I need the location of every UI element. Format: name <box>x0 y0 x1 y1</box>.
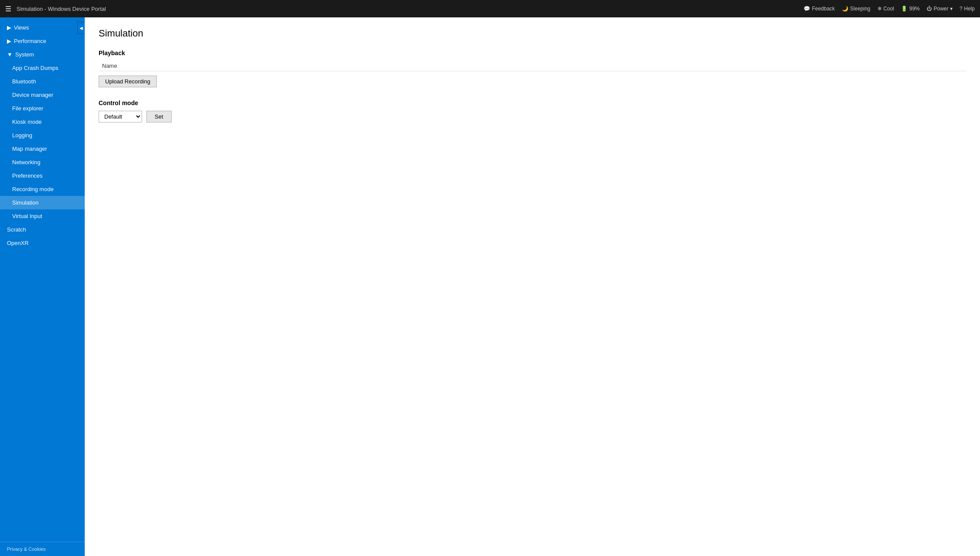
sleeping-label: Sleeping <box>850 6 871 12</box>
feedback-label: Feedback <box>812 6 835 12</box>
performance-label: Performance <box>14 38 46 44</box>
sidebar-item-logging[interactable]: Logging <box>0 129 85 142</box>
table-header-col2 <box>630 61 798 71</box>
sidebar-item-preferences[interactable]: Preferences <box>0 169 85 182</box>
sidebar-item-system[interactable]: ▼ System <box>0 48 85 61</box>
sidebar-item-openxr[interactable]: OpenXR <box>0 236 85 250</box>
playback-table: Name <box>99 61 966 71</box>
sidebar-nav: ▶ Views ▶ Performance ▼ System App Crash… <box>0 17 85 542</box>
power-label: Power ▾ <box>934 6 952 12</box>
upload-row: Upload Recording <box>99 76 966 87</box>
cool-button[interactable]: ❄ Cool <box>877 6 894 12</box>
views-label: Views <box>14 24 29 31</box>
performance-arrow-icon: ▶ <box>7 38 11 44</box>
cool-label: Cool <box>884 6 894 12</box>
set-button[interactable]: Set <box>146 111 172 122</box>
help-label: Help <box>964 6 975 12</box>
sleeping-button[interactable]: 🌙 Sleeping <box>842 6 871 12</box>
sidebar: ◀ ▶ Views ▶ Performance ▼ System App Cra… <box>0 17 85 556</box>
table-header-col3 <box>798 61 966 71</box>
sidebar-item-simulation[interactable]: Simulation <box>0 196 85 209</box>
views-arrow-icon: ▶ <box>7 24 11 31</box>
cool-icon: ❄ <box>877 6 882 12</box>
sidebar-item-views[interactable]: ▶ Views <box>0 21 85 34</box>
main-layout: ◀ ▶ Views ▶ Performance ▼ System App Cra… <box>0 17 980 556</box>
app-title: Simulation - Windows Device Portal <box>17 6 804 12</box>
hamburger-icon[interactable]: ☰ <box>5 5 11 13</box>
sidebar-item-kiosk-mode[interactable]: Kiosk mode <box>0 115 85 129</box>
control-mode-label: Control mode <box>99 99 966 106</box>
sidebar-item-recording-mode[interactable]: Recording mode <box>0 182 85 196</box>
upload-recording-button[interactable]: Upload Recording <box>99 76 157 87</box>
sidebar-item-performance[interactable]: ▶ Performance <box>0 34 85 48</box>
control-mode-section: Control mode Default Manual Simulation S… <box>99 99 966 122</box>
sidebar-item-networking[interactable]: Networking <box>0 156 85 169</box>
system-arrow-icon: ▼ <box>7 51 13 58</box>
sidebar-item-bluetooth[interactable]: Bluetooth <box>0 75 85 88</box>
sidebar-item-file-explorer[interactable]: File explorer <box>0 102 85 115</box>
sidebar-item-app-crash-dumps[interactable]: App Crash Dumps <box>0 61 85 75</box>
sidebar-item-scratch[interactable]: Scratch <box>0 223 85 236</box>
power-icon: ⏻ <box>927 6 932 12</box>
table-header-name: Name <box>99 61 630 71</box>
sleeping-icon: 🌙 <box>842 6 848 12</box>
feedback-icon: 💬 <box>804 6 810 12</box>
power-button[interactable]: ⏻ Power ▾ <box>927 6 952 12</box>
control-mode-select[interactable]: Default Manual Simulation <box>99 111 142 122</box>
sidebar-item-device-manager[interactable]: Device manager <box>0 88 85 102</box>
feedback-button[interactable]: 💬 Feedback <box>804 6 835 12</box>
page-title: Simulation <box>99 28 966 39</box>
topbar-actions: 💬 Feedback 🌙 Sleeping ❄ Cool 🔋 99% ⏻ Pow… <box>804 6 975 12</box>
sidebar-item-virtual-input[interactable]: Virtual Input <box>0 209 85 223</box>
playback-label: Playback <box>99 50 966 56</box>
topbar: ☰ Simulation - Windows Device Portal 💬 F… <box>0 0 980 17</box>
battery-icon: 🔋 <box>901 6 907 12</box>
help-icon: ? <box>960 6 963 12</box>
control-mode-row: Default Manual Simulation Set <box>99 111 966 122</box>
battery-label: 99% <box>909 6 920 12</box>
help-button[interactable]: ? Help <box>960 6 975 12</box>
battery-button[interactable]: 🔋 99% <box>901 6 920 12</box>
system-label: System <box>15 51 34 58</box>
privacy-cookies-link[interactable]: Privacy & Cookies <box>0 542 85 556</box>
sidebar-collapse-button[interactable]: ◀ <box>77 22 85 34</box>
sidebar-item-map-manager[interactable]: Map manager <box>0 142 85 156</box>
playback-section: Playback Name Upload Recording <box>99 50 966 87</box>
content-area: Simulation Playback Name Upload Recordin… <box>85 17 980 556</box>
